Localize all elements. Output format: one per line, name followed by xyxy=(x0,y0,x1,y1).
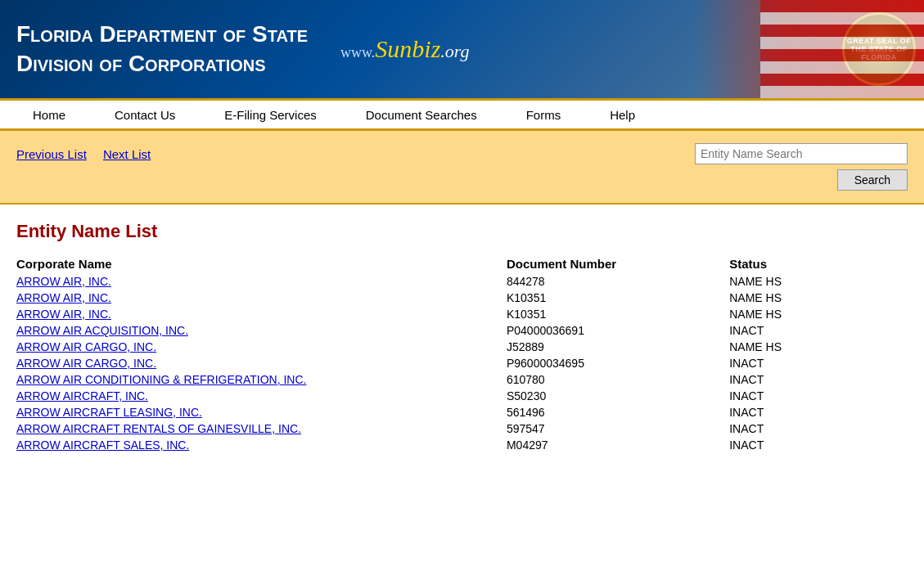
nav-item-doc-searches[interactable]: Document Searches xyxy=(341,101,502,128)
status-badge: INACT xyxy=(729,388,908,404)
title-line2: Division of Corporations xyxy=(16,49,308,79)
table-row: ARROW AIRCRAFT RENTALS OF GAINESVILLE, I… xyxy=(16,420,908,437)
entity-search-form: Search xyxy=(695,143,908,191)
nav-item-help[interactable]: Help xyxy=(585,101,660,128)
document-number: K10351 xyxy=(507,306,729,322)
previous-list-link[interactable]: Previous List xyxy=(16,147,87,161)
document-number: M04297 xyxy=(507,437,729,453)
table-row: ARROW AIRCRAFT LEASING, INC.561496INACT xyxy=(16,404,908,420)
status-badge: INACT xyxy=(729,404,908,420)
entity-table: Corporate Name Document Number Status AR… xyxy=(16,254,908,453)
document-number: K10351 xyxy=(507,290,729,306)
table-row: ARROW AIRCRAFT, INC.S50230INACT xyxy=(16,388,908,404)
logo-org: .org xyxy=(440,41,469,61)
table-row: ARROW AIR CARGO, INC.P96000034695INACT xyxy=(16,355,908,371)
site-title: Florida Department of State Division of … xyxy=(16,20,308,79)
nav-item-efiling[interactable]: E-Filing Services xyxy=(200,101,341,128)
document-number: 561496 xyxy=(507,404,729,420)
table-row: ARROW AIR ACQUISITION, INC.P04000036691I… xyxy=(16,322,908,339)
search-button[interactable]: Search xyxy=(837,169,908,191)
status-badge: INACT xyxy=(729,355,908,371)
table-row: ARROW AIR, INC.K10351NAME HS xyxy=(16,290,908,306)
table-row: ARROW AIR CONDITIONING & REFRIGERATION, … xyxy=(16,371,908,388)
table-row: ARROW AIR, INC.844278NAME HS xyxy=(16,273,908,290)
document-number: S50230 xyxy=(507,388,729,404)
col-header-name: Corporate Name xyxy=(16,254,507,273)
corporate-name-link[interactable]: ARROW AIRCRAFT LEASING, INC. xyxy=(16,406,202,419)
document-number: P96000034695 xyxy=(507,355,729,371)
list-navigation: Previous List Next List xyxy=(16,143,151,161)
nav-item-forms[interactable]: Forms xyxy=(502,101,586,128)
col-header-status: Status xyxy=(729,254,908,273)
page-title: Entity Name List xyxy=(16,221,908,242)
nav-item-home[interactable]: Home xyxy=(8,101,90,128)
status-badge: NAME HS xyxy=(729,339,908,355)
status-badge: INACT xyxy=(729,371,908,388)
status-badge: NAME HS xyxy=(729,273,908,290)
sunbiz-logo: www.Sunbiz.org xyxy=(340,35,470,63)
status-badge: INACT xyxy=(729,322,908,339)
navigation-bar: Home Contact Us E-Filing Services Docume… xyxy=(0,98,924,131)
corporate-name-link[interactable]: ARROW AIRCRAFT SALES, INC. xyxy=(16,438,189,452)
title-line1: Florida Department of State xyxy=(16,20,308,49)
main-content: Entity Name List Corporate Name Document… xyxy=(0,205,924,470)
logo-sunbiz: Sunbiz xyxy=(375,35,440,62)
search-bar: Previous List Next List Search xyxy=(0,131,924,205)
entity-name-search-input[interactable] xyxy=(695,143,908,164)
logo-www: www. xyxy=(340,44,375,61)
document-number: P04000036691 xyxy=(507,322,729,339)
corporate-name-link[interactable]: ARROW AIR CARGO, INC. xyxy=(16,357,156,370)
document-number: J52889 xyxy=(507,339,729,355)
next-list-link[interactable]: Next List xyxy=(103,147,151,161)
corporate-name-link[interactable]: ARROW AIR, INC. xyxy=(16,291,111,304)
status-badge: INACT xyxy=(729,420,908,437)
document-number: 610780 xyxy=(507,371,729,388)
flag-stripes xyxy=(760,0,924,98)
site-header: Florida Department of State Division of … xyxy=(0,0,924,98)
corporate-name-link[interactable]: ARROW AIR, INC. xyxy=(16,275,111,288)
status-badge: INACT xyxy=(729,437,908,453)
status-badge: NAME HS xyxy=(729,306,908,322)
corporate-name-link[interactable]: ARROW AIR CARGO, INC. xyxy=(16,340,156,353)
table-row: ARROW AIR, INC.K10351NAME HS xyxy=(16,306,908,322)
nav-item-contact[interactable]: Contact Us xyxy=(90,101,200,128)
table-row: ARROW AIR CARGO, INC.J52889NAME HS xyxy=(16,339,908,355)
header-seal-area: GREAT SEAL OF THE STATE OF FLORIDA xyxy=(695,0,924,98)
table-row: ARROW AIRCRAFT SALES, INC.M04297INACT xyxy=(16,437,908,453)
status-badge: NAME HS xyxy=(729,290,908,306)
document-number: 844278 xyxy=(507,273,729,290)
corporate-name-link[interactable]: ARROW AIR ACQUISITION, INC. xyxy=(16,324,188,337)
corporate-name-link[interactable]: ARROW AIRCRAFT, INC. xyxy=(16,389,148,402)
col-header-doc: Document Number xyxy=(507,254,729,273)
corporate-name-link[interactable]: ARROW AIR CONDITIONING & REFRIGERATION, … xyxy=(16,373,306,386)
corporate-name-link[interactable]: ARROW AIR, INC. xyxy=(16,308,111,321)
corporate-name-link[interactable]: ARROW AIRCRAFT RENTALS OF GAINESVILLE, I… xyxy=(16,422,301,435)
document-number: 597547 xyxy=(507,420,729,437)
